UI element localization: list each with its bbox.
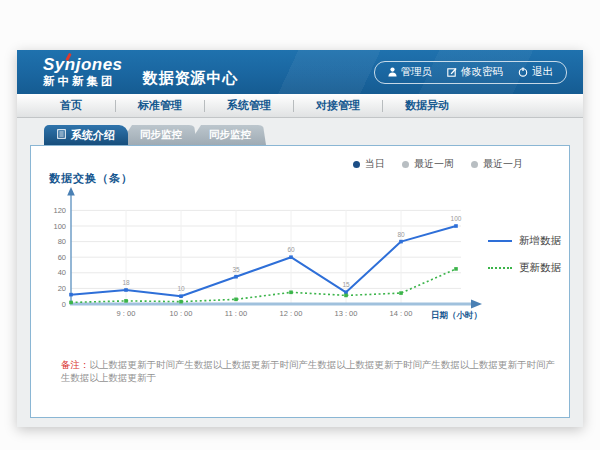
footnote-text: 以上数据更新于时间产生数据以上数据更新于时间产生数据以上数据更新于时间产生数据以… bbox=[61, 359, 555, 383]
logout-button[interactable]: 退出 bbox=[518, 65, 553, 79]
legend-item-updated-data: 更新数据 bbox=[488, 261, 561, 275]
radio-unselected-icon bbox=[402, 161, 409, 168]
svg-text:12 : 00: 12 : 00 bbox=[280, 309, 303, 318]
svg-text:80: 80 bbox=[397, 231, 405, 238]
content-area: 系统介绍 同步监控 同步监控 当日 最近一周 bbox=[17, 118, 583, 427]
dotted-line-icon bbox=[488, 267, 512, 269]
svg-text:18: 18 bbox=[122, 279, 130, 286]
chart-legend: 新增数据 更新数据 bbox=[488, 234, 561, 275]
nav-item-home[interactable]: 首页 bbox=[27, 98, 115, 113]
nav-item-standards[interactable]: 标准管理 bbox=[116, 98, 204, 113]
nav-item-system[interactable]: 系统管理 bbox=[205, 98, 293, 113]
page-title: 数据资源中心 bbox=[143, 69, 239, 88]
svg-text:0: 0 bbox=[62, 300, 66, 309]
svg-text:100: 100 bbox=[53, 222, 66, 231]
app-header: Synjones 新中新集团 数据资源中心 管理员 修改密码 退出 bbox=[17, 50, 583, 94]
svg-text:11 : 00: 11 : 00 bbox=[225, 309, 247, 318]
svg-text:15: 15 bbox=[342, 281, 350, 288]
svg-text:14 : 00: 14 : 00 bbox=[390, 309, 413, 318]
nav-item-data-changes[interactable]: 数据异动 bbox=[383, 98, 471, 113]
logo-text-cn: 新中新集团 bbox=[43, 76, 123, 88]
radio-unselected-icon bbox=[471, 161, 478, 168]
svg-text:9 : 00: 9 : 00 bbox=[117, 309, 136, 318]
tab-system-intro[interactable]: 系统介绍 bbox=[44, 125, 128, 145]
svg-text:35: 35 bbox=[232, 266, 240, 273]
nav-item-integration[interactable]: 对接管理 bbox=[294, 98, 382, 113]
y-axis-title: 数据交换（条） bbox=[49, 171, 133, 186]
svg-text:120: 120 bbox=[53, 206, 66, 215]
svg-text:100: 100 bbox=[451, 215, 462, 222]
svg-text:80: 80 bbox=[58, 237, 66, 246]
main-nav: 首页 标准管理 系统管理 对接管理 数据异动 bbox=[17, 94, 583, 118]
svg-text:20: 20 bbox=[58, 284, 66, 293]
chart-panel: 当日 最近一周 最近一月 数据交换（条） 0204060801001209 : … bbox=[30, 145, 570, 418]
time-range-filter: 当日 最近一周 最近一月 bbox=[353, 157, 523, 171]
logo-text-en: Synjones bbox=[43, 56, 123, 73]
footnote: 备注：以上数据更新于时间产生数据以上数据更新于时间产生数据以上数据更新于时间产生… bbox=[61, 358, 561, 385]
admin-user-button[interactable]: 管理员 bbox=[388, 65, 433, 79]
svg-text:60: 60 bbox=[58, 253, 66, 262]
radio-last-month[interactable]: 最近一月 bbox=[471, 157, 523, 171]
tab-sync-monitor-1[interactable]: 同步监控 bbox=[119, 125, 197, 145]
solid-line-icon bbox=[488, 240, 512, 242]
app-window: Synjones 新中新集团 数据资源中心 管理员 修改密码 退出 首页 标准管… bbox=[17, 50, 583, 427]
power-icon bbox=[518, 67, 528, 77]
svg-text:10: 10 bbox=[177, 285, 185, 292]
edit-icon bbox=[447, 67, 457, 77]
svg-text:40: 40 bbox=[58, 268, 66, 277]
document-icon bbox=[57, 129, 66, 141]
radio-last-week[interactable]: 最近一周 bbox=[402, 157, 454, 171]
svg-text:10 : 00: 10 : 00 bbox=[170, 309, 193, 318]
svg-text:60: 60 bbox=[287, 246, 295, 253]
svg-text:13 : 00: 13 : 00 bbox=[335, 309, 358, 318]
line-chart: 0204060801001209 : 0010 : 0011 : 0012 : … bbox=[41, 186, 493, 338]
footnote-label: 备注： bbox=[61, 359, 90, 370]
radio-today[interactable]: 当日 bbox=[353, 157, 385, 171]
legend-item-new-data: 新增数据 bbox=[488, 234, 561, 248]
company-logo: Synjones 新中新集团 bbox=[43, 56, 123, 88]
tab-bar: 系统介绍 同步监控 同步监控 bbox=[44, 125, 570, 145]
svg-text:日期（小时）: 日期（小时） bbox=[431, 310, 482, 320]
radio-selected-icon bbox=[353, 161, 360, 168]
change-password-button[interactable]: 修改密码 bbox=[447, 65, 503, 79]
tab-sync-monitor-2[interactable]: 同步监控 bbox=[188, 125, 266, 145]
user-menu: 管理员 修改密码 退出 bbox=[374, 61, 568, 84]
user-icon bbox=[388, 67, 397, 77]
